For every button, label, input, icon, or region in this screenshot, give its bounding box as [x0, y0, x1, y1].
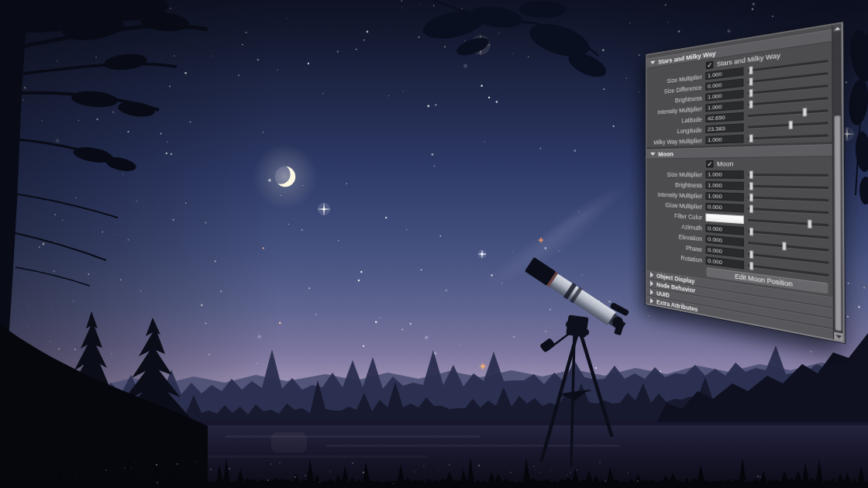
- slider-thumb[interactable]: [749, 204, 753, 213]
- slider-thumb[interactable]: [749, 100, 753, 108]
- attribute-label: Intensity Multiplier: [647, 191, 706, 200]
- slider-track: [748, 134, 828, 139]
- panel-scrollbar[interactable]: [832, 24, 842, 342]
- slider-thumb[interactable]: [808, 219, 812, 229]
- checkbox-stars-and-milky-way[interactable]: ✓: [706, 60, 713, 68]
- slider-thumb[interactable]: [749, 77, 753, 86]
- slider-thumb[interactable]: [749, 89, 753, 98]
- attribute-editor-panel: Stars and Milky Way✓Stars and Milky WayS…: [646, 22, 845, 343]
- section-collapsed-icon: [650, 280, 653, 287]
- section-expanded-icon: [650, 60, 655, 64]
- value-field[interactable]: 0.000: [705, 203, 743, 213]
- section-title: Moon: [658, 150, 673, 157]
- slider-track: [748, 174, 828, 176]
- value-field[interactable]: 1.000: [705, 181, 743, 190]
- checkmark-icon: ✓: [706, 60, 713, 68]
- section-collapsed-icon: [650, 273, 653, 278]
- attribute-label: Milky Way Multiplier: [647, 136, 706, 146]
- slider-size-multiplier[interactable]: [748, 170, 828, 180]
- slider-thumb[interactable]: [749, 194, 753, 202]
- checkbox-label: Moon: [717, 160, 733, 167]
- attribute-label: Brightness: [647, 180, 706, 189]
- section-collapsed-icon: [650, 289, 653, 295]
- slider-track: [748, 185, 828, 189]
- slider-thumb[interactable]: [749, 182, 753, 191]
- checkmark-icon: ✓: [706, 160, 713, 167]
- slider-track: [748, 109, 828, 116]
- checkbox-moon[interactable]: ✓: [706, 160, 713, 167]
- slider-track: [748, 196, 828, 201]
- scrollbar-thumb[interactable]: [834, 115, 842, 332]
- value-field[interactable]: 42.650: [705, 112, 743, 123]
- section-collapsed-icon: [650, 297, 653, 304]
- slider-thumb[interactable]: [749, 134, 753, 143]
- scrollbar-up-button[interactable]: [832, 24, 841, 33]
- attribute-label: Size Multiplier: [647, 170, 706, 177]
- scrollbar-down-button[interactable]: [834, 332, 842, 341]
- slider-thumb[interactable]: [749, 66, 753, 74]
- panel-content: Stars and Milky Way✓Stars and Milky WayS…: [647, 26, 833, 339]
- screenshot-root: Stars and Milky Way✓Stars and Milky WayS…: [0, 0, 868, 488]
- slider-track: [748, 219, 828, 226]
- value-field[interactable]: 23.383: [705, 123, 743, 133]
- slider-track: [748, 97, 828, 105]
- value-field[interactable]: 1.000: [705, 135, 743, 144]
- slider-thumb[interactable]: [749, 170, 753, 179]
- slider-thumb[interactable]: [749, 262, 753, 270]
- attribute-label: Longitude: [647, 126, 706, 136]
- section-expanded-icon: [650, 153, 655, 156]
- scrollbar-up-icon: [834, 26, 839, 30]
- checkbox-row-moon: ✓Moon: [647, 156, 832, 169]
- scrollbar-down-icon: [835, 334, 842, 339]
- slider-thumb[interactable]: [782, 242, 787, 251]
- slider-thumb[interactable]: [802, 108, 807, 117]
- slider-track: [748, 208, 828, 214]
- slider-thumb[interactable]: [749, 250, 753, 259]
- slider-track: [748, 230, 828, 239]
- slider-thumb[interactable]: [749, 228, 753, 236]
- value-field[interactable]: 1.000: [705, 170, 743, 179]
- value-field[interactable]: 1.000: [705, 192, 743, 201]
- slider-thumb[interactable]: [788, 121, 793, 130]
